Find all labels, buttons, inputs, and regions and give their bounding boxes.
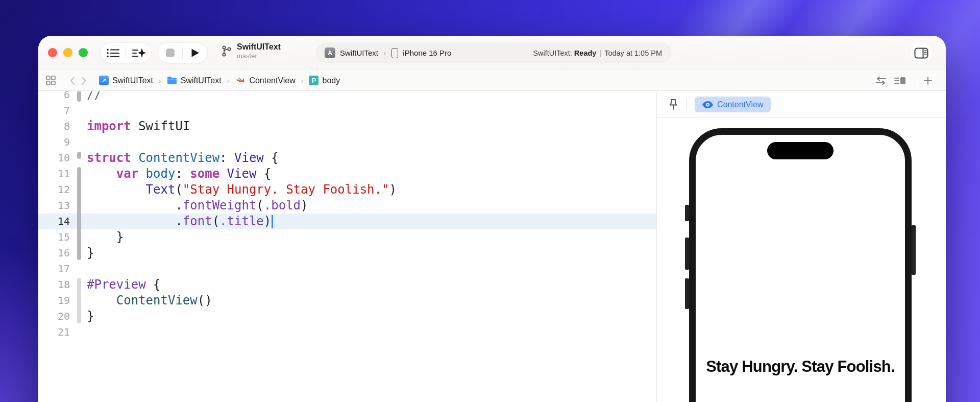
code-text: import SwiftUI [87, 119, 190, 134]
code-line-19[interactable]: 19 ContentView() [38, 293, 656, 309]
folder-icon [167, 76, 177, 85]
code-line-10[interactable]: 10struct ContentView: View { [38, 150, 656, 166]
pin-icon [668, 99, 679, 111]
line-number[interactable]: 10 [38, 150, 70, 166]
structure-list-button[interactable] [101, 43, 126, 63]
divider [686, 99, 687, 110]
code-text: struct ContentView: View { [87, 150, 279, 166]
code-line-21[interactable]: 21 [38, 324, 656, 340]
line-number[interactable]: 14 [38, 214, 70, 229]
volume-down-button [685, 278, 689, 309]
preview-tab-contentview[interactable]: ContentView [695, 97, 771, 112]
line-number[interactable]: 19 [38, 293, 70, 309]
chevron-separator: › [300, 77, 305, 85]
inspector-panel-icon [914, 48, 928, 59]
code-line-14[interactable]: 14 .font(.title) [38, 214, 656, 229]
line-number[interactable]: 21 [38, 324, 70, 340]
iphone-preview-device[interactable]: Stay Hungry. Stay Foolish. [689, 128, 912, 402]
dynamic-island [767, 142, 834, 159]
line-number[interactable]: 9 [38, 134, 70, 150]
scheme-target-label: SwiftUIText [340, 49, 378, 57]
line-number[interactable]: 15 [38, 229, 70, 245]
code-text: Text("Stay Hungry. Stay Foolish.") [87, 182, 397, 198]
status-divider: | [596, 49, 604, 57]
preview-header: ContentView [657, 91, 946, 118]
pin-preview-button[interactable] [668, 99, 679, 111]
scheme-activity-pill: A SwiftUIText › iPhone 16 Pro SwiftUITex… [315, 43, 671, 63]
divider [63, 76, 63, 85]
stop-button[interactable] [158, 43, 182, 63]
line-number[interactable]: 11 [38, 166, 70, 182]
activity-status[interactable]: SwiftUIText: Ready|Today at 1:05 PM [533, 49, 671, 57]
source-editor[interactable]: 6//78import SwiftUI910struct ContentView… [38, 91, 657, 402]
volume-up-button [685, 238, 689, 270]
line-number[interactable]: 7 [38, 103, 70, 119]
code-text: #Preview { [87, 277, 161, 293]
code-line-20[interactable]: 20} [38, 309, 656, 324]
line-number[interactable]: 17 [38, 261, 70, 277]
line-number[interactable]: 6 [38, 91, 70, 103]
git-branch-icon [221, 45, 231, 57]
status-timestamp: Today at 1:05 PM [604, 49, 662, 57]
code-line-6[interactable]: 6// [38, 91, 656, 103]
status-state: Ready [574, 49, 597, 57]
back-button[interactable] [69, 76, 76, 85]
close-button[interactable] [48, 48, 57, 57]
code-line-9[interactable]: 9 [38, 134, 656, 150]
code-line-16[interactable]: 16} [38, 245, 656, 261]
code-line-17[interactable]: 17 [38, 261, 656, 277]
scheme-selector[interactable]: A SwiftUIText › iPhone 16 Pro [315, 48, 451, 58]
jump-bar: ↗SwiftUIText›SwiftUIText›ContentView›Pbo… [38, 70, 946, 91]
inspector-toggle-button[interactable] [910, 42, 933, 64]
code-line-18[interactable]: 18#Preview { [38, 277, 656, 293]
text-cursor [272, 215, 273, 228]
source-control-widget[interactable]: SwiftUIText master [221, 42, 281, 60]
add-editor-button[interactable] [923, 76, 933, 85]
breadcrumb-swiftuitext[interactable]: SwiftUIText [167, 76, 222, 85]
code-line-13[interactable]: 13 .fontWeight(.bold) [38, 198, 656, 214]
code-line-15[interactable]: 15 } [38, 229, 656, 245]
eye-icon [702, 101, 713, 108]
adjust-editor-button[interactable] [894, 76, 906, 85]
code-line-12[interactable]: 12 Text("Stay Hungry. Stay Foolish.") [38, 182, 656, 198]
breadcrumb-contentview[interactable]: ContentView [235, 75, 295, 86]
forward-button[interactable] [81, 76, 87, 85]
editor-canvas-icon [894, 76, 906, 85]
code-text: } [87, 229, 124, 245]
jump-crumbs: ↗SwiftUIText›SwiftUIText›ContentView›Pbo… [99, 75, 340, 86]
line-number[interactable]: 18 [38, 277, 70, 293]
code-text: // [87, 91, 102, 103]
swap-editors-button[interactable] [875, 76, 887, 86]
divider [915, 76, 915, 85]
line-number[interactable]: 8 [38, 119, 70, 134]
zoom-button[interactable] [79, 48, 88, 57]
code-line-8[interactable]: 8import SwiftUI [38, 119, 656, 134]
minimize-button[interactable] [63, 48, 72, 57]
run-destination-label[interactable]: iPhone 16 Pro [403, 49, 451, 57]
assistant-button[interactable] [126, 43, 151, 63]
code-text: } [87, 245, 94, 261]
breadcrumb-body[interactable]: Pbody [309, 76, 340, 85]
code-text: ContentView() [87, 293, 212, 309]
related-items-button[interactable] [45, 76, 57, 85]
code-text: .fontWeight(.bold) [87, 198, 308, 214]
code-line-7[interactable]: 7 [38, 103, 656, 119]
run-button[interactable] [183, 43, 207, 63]
line-number[interactable]: 20 [38, 309, 70, 324]
line-number[interactable]: 12 [38, 182, 70, 198]
line-number[interactable]: 13 [38, 198, 70, 214]
power-button [912, 225, 916, 275]
preview-rendered-text: Stay Hungry. Stay Foolish. [696, 358, 905, 376]
code-line-11[interactable]: 11 var body: some View { [38, 166, 656, 182]
branch-name: master [237, 52, 281, 60]
property-icon: P [309, 76, 318, 85]
breadcrumb-swiftuitext[interactable]: ↗SwiftUIText [99, 76, 153, 85]
xcode-window: SwiftUIText master A SwiftUIText › iPhon… [38, 36, 946, 402]
code-text: .font(.title) [87, 214, 271, 229]
breadcrumb-label: SwiftUIText [181, 76, 222, 85]
chevron-separator: › [383, 49, 387, 57]
structure-list-icon [106, 48, 120, 58]
editor-area: 6//78import SwiftUI910struct ContentView… [38, 91, 946, 402]
line-number[interactable]: 16 [38, 245, 70, 261]
run-play-icon [191, 48, 200, 58]
